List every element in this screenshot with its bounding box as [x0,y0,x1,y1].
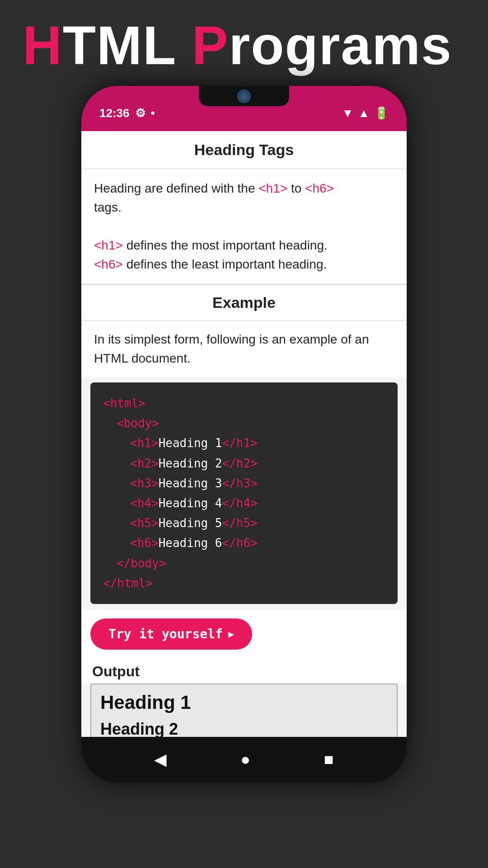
h6-def-suffix: defines the least important heading. [123,257,327,271]
status-left: 12:36 ⚙ • [99,106,155,120]
code-line-h5: <h5>Heading 5</h5> [103,513,385,533]
clock: 12:36 [99,106,130,120]
code-line-body-open: <body> [103,413,385,433]
example-heading: Example [81,284,407,321]
try-button-label: Try it yourself [108,627,223,642]
desc-tags: tags. [94,200,122,214]
title-programs-rest: rograms [229,15,452,75]
h1-def-suffix: defines the most important heading. [123,238,328,252]
recents-button[interactable]: ■ [324,750,334,769]
h6-def-prefix: <h6> [94,257,123,271]
back-button[interactable]: ◀ [154,750,167,769]
output-box: Heading 1 Heading 2 Heading 3 [90,684,398,737]
output-h2: Heading 2 [100,720,388,737]
gear-icon: ⚙ [135,106,145,120]
desc-line1: Heading are defined with the [94,181,255,195]
code-line-h4: <h4>Heading 4</h4> [103,493,385,513]
phone-screen: Heading Tags Heading are defined with th… [81,131,407,737]
code-line-body-close: </body> [103,553,385,573]
notch [199,86,289,106]
output-label: Output [81,659,407,684]
section-heading: Heading Tags [81,131,407,169]
output-h1: Heading 1 [100,692,388,713]
title-p-accent: P [192,15,229,75]
app-title-container: HTML Programs [0,0,488,86]
try-it-yourself-button[interactable]: Try it yourself ▶ [90,618,252,650]
signal-icon: ▲ [358,106,370,120]
try-button-container: Try it yourself ▶ [81,609,407,659]
code-line-h2: <h2>Heading 2</h2> [103,453,385,473]
wifi-icon: ▼ [342,106,354,120]
example-description: In its simplest form, following is an ex… [81,321,407,377]
code-line-html-close: </html> [103,573,385,593]
home-button[interactable]: ● [240,750,250,769]
phone-frame: 12:36 ⚙ • ▼ ▲ 🔋 Heading Tags Heading are… [81,86,407,782]
h1-def-prefix: <h1> [94,238,123,252]
code-line-h3: <h3>Heading 3</h3> [103,473,385,493]
battery-icon: 🔋 [374,106,389,120]
play-icon: ▶ [228,628,234,640]
desc-to-text: to [291,181,301,195]
description-text: Heading are defined with the <h1> to <h6… [81,169,407,284]
status-bar: 12:36 ⚙ • ▼ ▲ 🔋 [81,86,407,131]
phone-bottom-nav: ◀ ● ■ [81,737,407,782]
code-line-html-open: <html> [103,393,385,413]
tag-h6-inline: <h6> [305,181,334,195]
tag-h1-inline: <h1> [258,181,287,195]
code-line-h1: <h1>Heading 1</h1> [103,433,385,453]
status-right: ▼ ▲ 🔋 [342,106,389,120]
camera [237,90,251,103]
app-title: HTML Programs [23,18,465,72]
code-block: <html> <body> <h1>Heading 1</h1> <h2>Hea… [90,382,398,604]
title-h-accent: H [23,15,63,75]
code-line-h6: <h6>Heading 6</h6> [103,533,385,553]
title-html-rest: TML [63,15,192,75]
notification-dot: • [151,106,155,120]
